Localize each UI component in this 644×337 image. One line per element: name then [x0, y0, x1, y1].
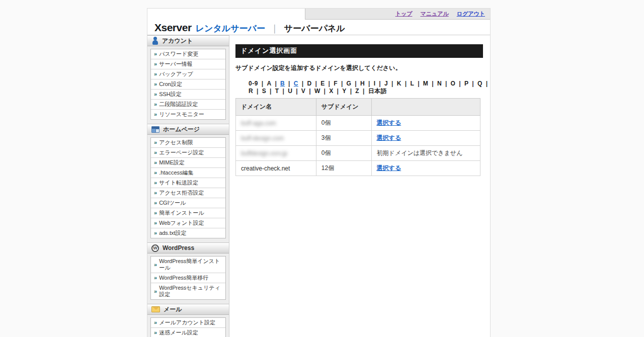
- action-cell: 選択する: [371, 131, 480, 146]
- sidebar-item-label: CGIツール: [159, 200, 186, 206]
- sidebar-item[interactable]: »Cron設定: [151, 79, 225, 90]
- alpha-filter-letter: Y: [342, 88, 347, 95]
- sidebar-section-list: »メールアカウント設定»迷惑メール設定»自動応答設定»SMTP認証の国外アクセス…: [150, 317, 226, 337]
- browser-icon: [151, 126, 159, 133]
- arrow-icon: »: [154, 102, 157, 107]
- alpha-separator: |: [365, 80, 374, 87]
- logo-separator: ｜: [269, 22, 280, 34]
- alpha-separator: |: [359, 88, 368, 95]
- nav-link-manual[interactable]: マニュアル: [420, 10, 448, 18]
- main-content: ドメイン選択画面 サブドメイン設定を追加するドメインを選択してください。 0-9…: [229, 35, 490, 337]
- sidebar-section-title: アカウント: [162, 37, 193, 45]
- alpha-separator: |: [272, 80, 281, 87]
- top-nav-band: トップマニュアルログアウト: [305, 9, 490, 20]
- sidebar-item[interactable]: »SSH設定: [151, 90, 225, 100]
- sidebar-item-label: .htaccess編集: [159, 170, 193, 176]
- arrow-icon: »: [154, 190, 157, 196]
- sidebar-section-title: メール: [164, 305, 182, 314]
- user-icon: [151, 37, 158, 45]
- alpha-separator: |: [401, 80, 411, 87]
- arrow-icon: »: [154, 275, 157, 281]
- sidebar-item[interactable]: »サイト転送設定: [151, 178, 225, 188]
- select-link[interactable]: 選択する: [377, 119, 401, 126]
- sidebar-item-label: WordPress簡単移行: [159, 275, 208, 281]
- sidebar-item[interactable]: »ads.txt設定: [151, 228, 225, 238]
- arrow-icon: »: [154, 330, 157, 335]
- alpha-filter-letter[interactable]: C: [294, 80, 298, 87]
- domain-name: creative-check.net: [241, 165, 290, 172]
- sidebar-item[interactable]: »サーバー情報: [151, 59, 225, 69]
- page-description: サブドメイン設定を追加するドメインを選択してください。: [235, 64, 490, 72]
- sidebar-section-header: WWordPress: [147, 242, 229, 254]
- page-header: トップマニュアルログアウト Xserver レンタルサーバー ｜ サーバーパネル: [147, 9, 490, 35]
- arrow-icon: »: [154, 170, 157, 176]
- sidebar-item[interactable]: »MIME設定: [151, 158, 225, 168]
- sidebar-item[interactable]: »簡単インストール: [151, 208, 225, 218]
- sidebar-item[interactable]: ».htaccess編集: [151, 168, 225, 178]
- arrow-icon: »: [154, 61, 157, 67]
- nav-link-top[interactable]: トップ: [395, 10, 413, 18]
- arrow-icon: »: [154, 220, 157, 226]
- alpha-filter-letter: O: [451, 80, 456, 87]
- alpha-separator: |: [455, 80, 464, 87]
- alpha-filter-letter: K: [397, 80, 401, 87]
- sidebar-item[interactable]: »パスワード変更: [151, 49, 225, 59]
- alpha-separator: |: [258, 80, 267, 87]
- sidebar-item[interactable]: »CGIツール: [151, 198, 225, 208]
- alpha-filter-letter: U: [288, 88, 292, 95]
- table-row: creative-check.net12個選択する: [236, 161, 480, 176]
- arrow-icon: »: [154, 180, 157, 186]
- table-row: buff-aga.com0個選択する: [236, 116, 480, 131]
- subdomain-count-cell: 0個: [316, 116, 371, 131]
- sidebar-item[interactable]: »WordPress簡単移行: [151, 273, 225, 283]
- sidebar-item[interactable]: »アクセス拒否設定: [151, 188, 225, 198]
- sidebar-item[interactable]: »WordPressセキュリティ設定: [151, 283, 225, 299]
- sidebar-item-label: Cron設定: [159, 81, 182, 88]
- arrow-icon: »: [154, 200, 157, 206]
- sidebar-item[interactable]: »二段階認証設定: [151, 100, 225, 110]
- sidebar-item[interactable]: »リソースモニター: [151, 110, 225, 119]
- sidebar-section-header: メール: [147, 304, 229, 315]
- sidebar-item-label: WordPressセキュリティ設定: [159, 285, 222, 298]
- select-link[interactable]: 選択する: [377, 134, 401, 141]
- sidebar-item[interactable]: »迷惑メール設定: [151, 328, 225, 337]
- alpha-separator: |: [442, 80, 451, 87]
- alpha-separator: |: [376, 80, 385, 87]
- sidebar-item[interactable]: »メールアカウント設定: [151, 318, 225, 328]
- sidebar-item[interactable]: »バックアップ: [151, 69, 225, 79]
- logo: Xserver レンタルサーバー ｜ サーバーパネル: [154, 22, 345, 34]
- nav-link-logout[interactable]: ログアウト: [457, 10, 485, 18]
- alpha-filter-letter: Q: [477, 80, 482, 87]
- alpha-filter-letter: A: [267, 80, 271, 87]
- alpha-filter-letter: G: [347, 80, 352, 87]
- action-cell: 選択する: [371, 161, 480, 176]
- select-link[interactable]: 選択する: [377, 164, 401, 172]
- sidebar-item[interactable]: »アクセス制限: [151, 138, 225, 148]
- sidebar-item-label: ads.txt設定: [159, 230, 186, 236]
- sidebar-item-label: 二段階認証設定: [159, 101, 198, 108]
- arrow-icon: »: [154, 262, 157, 268]
- arrow-icon: »: [154, 71, 157, 77]
- arrow-icon: »: [154, 150, 157, 155]
- sidebar-section-list: »パスワード変更»サーバー情報»バックアップ»Cron設定»SSH設定»二段階認…: [150, 49, 226, 120]
- sidebar-item[interactable]: »WordPress簡単インストール: [151, 257, 225, 273]
- sidebar-section-title: ホームページ: [163, 125, 200, 134]
- table-row: buff-design.com3個選択する: [236, 131, 480, 146]
- sidebar-item[interactable]: »Webフォント設定: [151, 218, 225, 228]
- sidebar-item-label: MIME設定: [159, 159, 185, 166]
- alpha-separator: |: [468, 80, 477, 87]
- sidebar-item-label: WordPress簡単インストール: [159, 258, 222, 271]
- sidebar-item-label: アクセス制限: [159, 139, 193, 146]
- alpha-filter-letter: R: [249, 88, 253, 95]
- alpha-filter-letter[interactable]: B: [280, 80, 285, 87]
- alpha-filter-letter: X: [329, 88, 334, 95]
- sidebar-item[interactable]: »エラーページ設定: [151, 148, 225, 158]
- alpha-separator: |: [312, 80, 321, 87]
- sidebar-item-label: SSH設定: [159, 91, 182, 98]
- alpha-separator: |: [325, 80, 334, 87]
- alpha-filter-letter: W: [314, 88, 320, 95]
- arrow-icon: »: [154, 51, 157, 57]
- domain-name: buff-design.com: [241, 135, 284, 142]
- sidebar-item-label: アクセス拒否設定: [159, 190, 204, 196]
- alpha-filter-letter: 0-9: [249, 80, 258, 87]
